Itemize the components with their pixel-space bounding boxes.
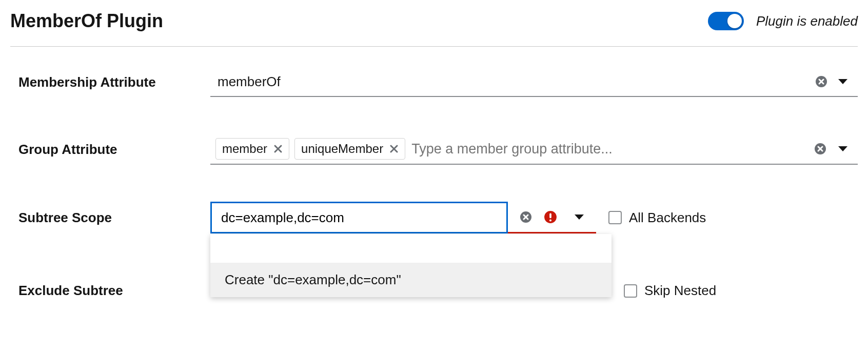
dropdown-create-option[interactable]: Create "dc=example,dc=com"	[210, 263, 611, 297]
close-icon[interactable]	[389, 144, 399, 153]
group-attribute-input[interactable]	[410, 141, 808, 158]
caret-down-icon[interactable]	[575, 215, 584, 220]
error-icon	[544, 210, 557, 224]
close-icon[interactable]	[273, 144, 283, 153]
subtree-scope-combobox: Create "dc=example,dc=com"	[210, 202, 596, 233]
row-membership-attribute: Membership Attribute memberOf	[10, 67, 858, 97]
svg-rect-4	[549, 213, 551, 218]
row-group-attribute: Group Attribute member uniqueMember	[10, 134, 858, 165]
skip-nested-checkbox[interactable]	[624, 284, 637, 298]
row-subtree-scope: Subtree Scope Create "dc=example,dc=com"	[10, 202, 858, 233]
label-exclude-subtree: Exclude Subtree	[10, 283, 210, 299]
toggle-knob	[727, 14, 742, 28]
plugin-status-text: Plugin is enabled	[756, 13, 858, 29]
clear-icon[interactable]	[814, 142, 827, 155]
skip-nested-label: Skip Nested	[644, 283, 716, 299]
plugin-enable-toggle[interactable]	[708, 12, 744, 30]
group-attribute-multiselect[interactable]: member uniqueMember	[210, 134, 858, 165]
membership-attribute-select[interactable]: memberOf	[210, 67, 858, 97]
subtree-scope-icon-group	[508, 202, 596, 233]
membership-attribute-value: memberOf	[218, 74, 811, 90]
subtree-scope-dropdown: Create "dc=example,dc=com"	[210, 234, 611, 297]
all-backends-label: All Backends	[629, 210, 706, 226]
caret-down-icon[interactable]	[838, 146, 847, 151]
all-backends-checkbox[interactable]	[608, 211, 622, 224]
all-backends-checkbox-wrap: All Backends	[608, 210, 706, 226]
dropdown-blank-row[interactable]	[210, 234, 611, 263]
page-title: MemberOf Plugin	[10, 10, 163, 32]
tag-label: member	[222, 142, 267, 156]
clear-icon[interactable]	[815, 75, 828, 88]
page-header: MemberOf Plugin Plugin is enabled	[10, 10, 858, 47]
subtree-scope-input[interactable]	[210, 202, 508, 233]
label-membership-attribute: Membership Attribute	[10, 74, 210, 90]
tag-label: uniqueMember	[301, 142, 383, 156]
tag-member: member	[215, 138, 289, 160]
svg-point-5	[549, 219, 551, 221]
label-group-attribute: Group Attribute	[10, 142, 210, 158]
header-right: Plugin is enabled	[708, 12, 858, 30]
caret-down-icon[interactable]	[838, 79, 847, 84]
tag-uniquemember: uniqueMember	[294, 138, 405, 160]
label-subtree-scope: Subtree Scope	[10, 210, 210, 226]
clear-icon[interactable]	[519, 210, 532, 224]
skip-nested-checkbox-wrap: Skip Nested	[624, 283, 716, 299]
